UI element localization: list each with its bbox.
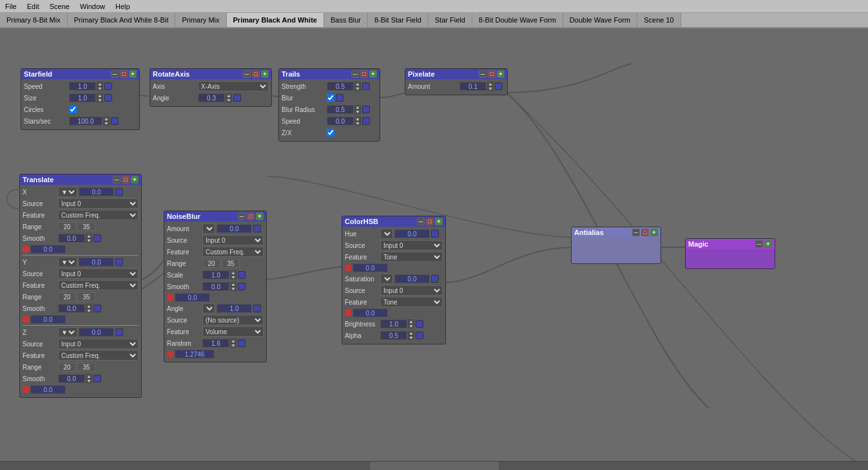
colorhsb-brightness-port[interactable] <box>416 320 423 328</box>
noiseblur-angle-port[interactable] <box>253 305 261 312</box>
noiseblur-scale-port[interactable] <box>238 271 246 279</box>
menu-file[interactable]: File <box>0 1 22 12</box>
trails-blurradius-port[interactable] <box>362 106 370 113</box>
rotateaxis-angle-port[interactable] <box>233 94 241 102</box>
translate-x-smooth-port[interactable] <box>93 234 101 242</box>
translate-z-select[interactable]: ▼ <box>58 327 77 337</box>
rotateaxis-close[interactable]: □ <box>252 70 260 78</box>
translate-x-smooth-input[interactable] <box>58 234 85 243</box>
translate-x-red-value[interactable] <box>30 245 66 254</box>
starfield-plus[interactable]: + <box>129 70 137 78</box>
trails-strength-input[interactable] <box>327 82 354 91</box>
translate-y-smooth-port[interactable] <box>93 305 101 312</box>
translate-z-input[interactable] <box>79 328 114 337</box>
noiseblur-amount-port[interactable] <box>253 225 261 232</box>
translate-x-smooth-down[interactable]: ▼ <box>86 238 92 243</box>
translate-z-feature-select[interactable]: Custom Freq. <box>58 350 139 361</box>
colorhsb-alpha-input[interactable] <box>380 331 407 340</box>
noiseblur-random-down[interactable]: ▼ <box>230 343 236 348</box>
tab-star-field[interactable]: Star Field <box>429 13 472 27</box>
starfield-starsec-port[interactable] <box>111 117 119 125</box>
tab-primary-bw[interactable]: Primary Black And White <box>227 13 324 27</box>
trails-strength-up[interactable]: ▲ <box>354 82 361 86</box>
scrollbar[interactable] <box>0 461 868 470</box>
trails-plus[interactable]: + <box>369 70 377 78</box>
colorhsb-sat-select[interactable]: ▼ <box>380 274 393 284</box>
translate-x-range1[interactable] <box>58 222 76 231</box>
starfield-size-port[interactable] <box>104 94 112 102</box>
colorhsb-close[interactable]: □ <box>426 218 434 225</box>
translate-z-range2[interactable] <box>77 362 95 371</box>
noiseblur-source2-select[interactable]: (No source) <box>202 315 264 325</box>
colorhsb-hue-select[interactable]: ▼ <box>380 229 393 239</box>
translate-z-smooth-port[interactable] <box>93 375 101 382</box>
noiseblur-scale-input[interactable] <box>202 270 229 279</box>
tab-primary-8bit-mix[interactable]: Primary 8-Bit Mix <box>0 13 68 27</box>
translate-close[interactable]: □ <box>122 176 130 183</box>
colorhsb-hue-input[interactable] <box>394 229 430 238</box>
colorhsb-alpha-up[interactable]: ▲ <box>408 331 414 335</box>
starfield-size-input[interactable] <box>69 93 96 102</box>
noiseblur-minimize[interactable]: ─ <box>238 212 246 220</box>
noiseblur-smooth-input[interactable] <box>202 282 229 291</box>
translate-y-source-select[interactable]: Input 0 <box>58 268 139 279</box>
rotateaxis-angle-input[interactable] <box>198 93 225 102</box>
starfield-speed-down[interactable]: ▼ <box>97 86 103 91</box>
menu-window[interactable]: Window <box>75 1 110 12</box>
noiseblur-amount-input[interactable] <box>217 224 252 233</box>
rotateaxis-axis-select[interactable]: X-Axis Y-Axis Z-Axis <box>198 81 269 91</box>
translate-x-port[interactable] <box>115 188 123 196</box>
trails-blur-port[interactable] <box>336 94 343 102</box>
starfield-minimize[interactable]: ─ <box>111 70 119 78</box>
translate-x-select[interactable]: ▼ <box>58 187 77 197</box>
noiseblur-range1[interactable] <box>202 259 220 268</box>
pixelate-amount-port[interactable] <box>495 82 503 90</box>
translate-plus[interactable]: + <box>131 176 139 183</box>
colorhsb-sat-input[interactable] <box>394 274 430 283</box>
colorhsb-hue-feature-select[interactable]: Tone <box>380 252 443 262</box>
noiseblur-smooth-red-value[interactable] <box>175 293 210 302</box>
colorhsb-brightness-input[interactable] <box>380 319 407 328</box>
colorhsb-sat-port[interactable] <box>431 275 439 283</box>
translate-z-smooth-input[interactable] <box>58 374 85 383</box>
translate-y-feature-select[interactable]: Custom Freq. <box>58 280 139 290</box>
starfield-starsec-up[interactable]: ▲ <box>103 117 110 121</box>
translate-x-feature-select[interactable]: Custom Freq. <box>58 210 139 220</box>
starfield-size-up[interactable]: ▲ <box>97 93 103 98</box>
starfield-speed-port[interactable] <box>104 82 112 90</box>
starfield-starsec-input[interactable] <box>69 117 102 126</box>
tab-double-wave[interactable]: Double Wave Form <box>563 13 637 27</box>
translate-y-smooth-input[interactable] <box>58 304 85 313</box>
noiseblur-source-select[interactable]: Input 0 <box>202 235 264 245</box>
trails-close[interactable]: □ <box>360 70 368 78</box>
rotateaxis-angle-down[interactable]: ▼ <box>226 98 232 102</box>
pixelate-plus[interactable]: + <box>497 70 505 78</box>
colorhsb-plus[interactable]: + <box>435 218 443 225</box>
noiseblur-feature-select[interactable]: Custom Freq. <box>202 247 264 257</box>
starfield-size-down[interactable]: ▼ <box>97 98 103 102</box>
translate-z-smooth-up[interactable]: ▲ <box>86 374 92 379</box>
rotateaxis-plus[interactable]: + <box>261 70 269 78</box>
translate-x-range2[interactable] <box>77 222 95 231</box>
translate-y-range2[interactable] <box>77 292 95 301</box>
noiseblur-smooth-port[interactable] <box>238 283 246 290</box>
antialias-plus[interactable]: + <box>650 229 658 236</box>
antialias-minimize[interactable]: ─ <box>632 229 640 236</box>
colorhsb-hue-source-select[interactable]: Input 0 <box>380 240 443 250</box>
magic-plus[interactable]: + <box>764 240 772 248</box>
translate-x-smooth-up[interactable]: ▲ <box>86 234 92 238</box>
pixelate-amount-up[interactable]: ▲ <box>487 82 494 86</box>
colorhsb-sat-red-value[interactable] <box>352 308 388 317</box>
noiseblur-smooth-up[interactable]: ▲ <box>230 282 236 287</box>
pixelate-close[interactable]: □ <box>488 70 496 78</box>
trails-strength-port[interactable] <box>362 82 370 90</box>
noiseblur-range2[interactable] <box>222 259 240 268</box>
magic-minimize[interactable]: ─ <box>755 240 763 248</box>
colorhsb-minimize[interactable]: ─ <box>417 218 425 225</box>
translate-y-select[interactable]: ▼ <box>58 257 77 267</box>
colorhsb-alpha-down[interactable]: ▼ <box>408 335 414 340</box>
noiseblur-scale-down[interactable]: ▼ <box>230 275 236 279</box>
translate-z-red-value[interactable] <box>30 385 66 394</box>
translate-y-port[interactable] <box>115 258 123 266</box>
noiseblur-random-port[interactable] <box>238 339 246 347</box>
